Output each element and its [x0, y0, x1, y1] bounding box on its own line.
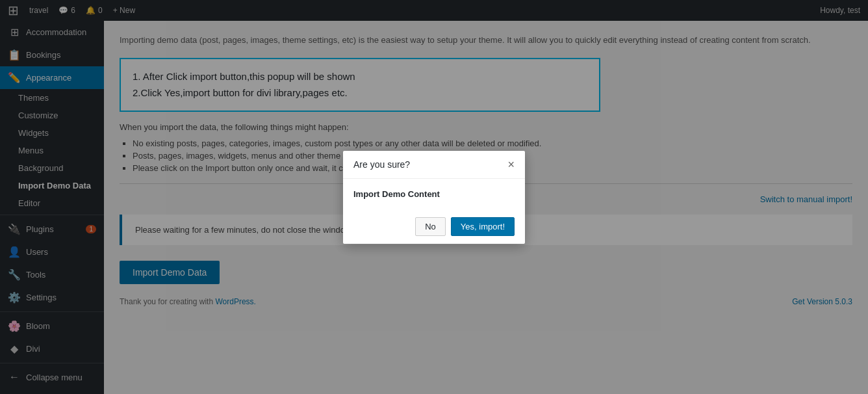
modal-no-button[interactable]: No [415, 217, 446, 236]
modal-body-label: Import Demo Content [353, 189, 440, 199]
modal-body: Import Demo Content [343, 179, 525, 209]
confirmation-modal: Are you sure? × Import Demo Content No Y… [343, 151, 525, 244]
modal-overlay[interactable]: Are you sure? × Import Demo Content No Y… [0, 0, 868, 394]
modal-title: Are you sure? [353, 159, 410, 170]
modal-close-button[interactable]: × [507, 159, 515, 170]
modal-footer: No Yes, import! [343, 209, 525, 244]
modal-header: Are you sure? × [343, 151, 525, 179]
modal-yes-button[interactable]: Yes, import! [451, 217, 515, 236]
